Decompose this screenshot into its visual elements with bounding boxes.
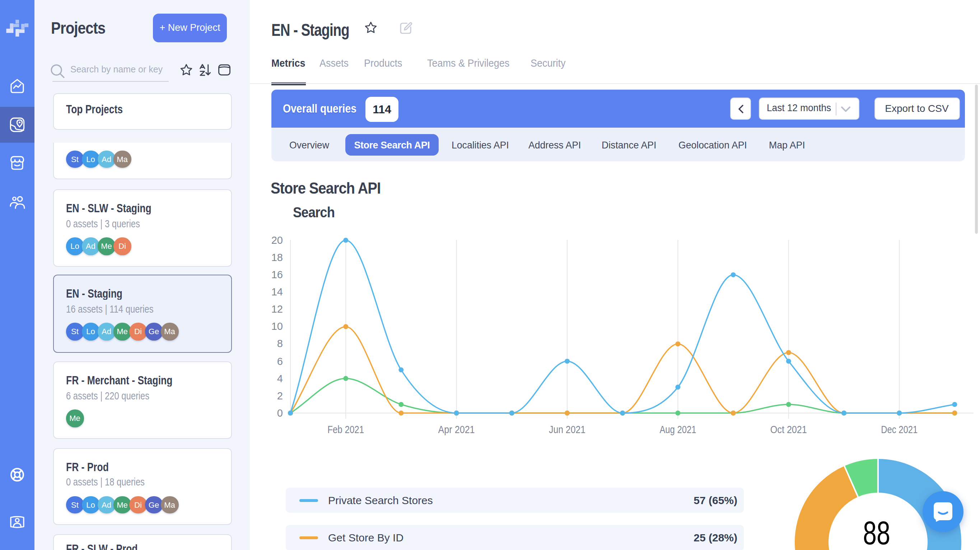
svg-text:88: 88 [863,515,890,550]
svg-text:18: 18 [271,252,283,263]
svg-text:16: 16 [271,269,283,281]
svg-text:Oct 2021: Oct 2021 [770,424,807,435]
svg-text:Apr 2021: Apr 2021 [438,424,475,435]
svg-text:2: 2 [277,390,283,401]
svg-text:Aug 2021: Aug 2021 [659,424,696,435]
svg-text:Jun 2021: Jun 2021 [549,424,585,435]
svg-text:0: 0 [277,407,283,419]
svg-text:8: 8 [277,338,283,349]
svg-text:6: 6 [277,356,283,367]
svg-text:4: 4 [277,373,283,384]
svg-text:Dec 2021: Dec 2021 [881,424,918,435]
svg-text:12: 12 [271,303,283,315]
svg-text:20: 20 [271,235,283,246]
svg-text:10: 10 [271,320,283,332]
svg-text:14: 14 [271,286,283,298]
svg-text:Feb 2021: Feb 2021 [328,424,364,435]
